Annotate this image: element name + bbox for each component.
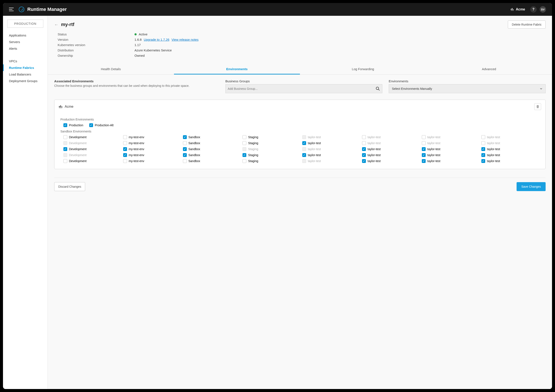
business-group-search[interactable] — [226, 84, 382, 93]
env-checkbox[interactable]: Staging — [242, 135, 300, 139]
release-notes-link[interactable]: View release notes — [171, 38, 198, 41]
checkbox-icon[interactable] — [183, 141, 187, 145]
env-checkbox[interactable]: taylor-test — [422, 147, 480, 151]
checkbox-icon[interactable] — [183, 147, 187, 151]
delete-business-group-button[interactable] — [534, 103, 541, 110]
checkbox-icon[interactable] — [183, 159, 187, 163]
env-checkbox[interactable]: taylor-test — [481, 159, 540, 163]
env-checkbox[interactable]: Production-Alt — [89, 123, 114, 127]
checkbox-icon[interactable] — [302, 153, 306, 157]
sidebar-item-applications[interactable]: Applications — [3, 32, 48, 39]
env-checkbox[interactable]: Development — [63, 159, 121, 163]
env-checkbox[interactable]: my-test-env — [123, 141, 181, 145]
checkbox-icon[interactable] — [63, 147, 67, 151]
menu-icon[interactable] — [9, 6, 15, 12]
checkbox-icon[interactable] — [362, 159, 366, 163]
checkbox-icon[interactable] — [481, 153, 485, 157]
checkbox-icon[interactable] — [183, 153, 187, 157]
business-group-input[interactable] — [228, 87, 376, 90]
sidebar-item-vpcs[interactable]: VPCs — [3, 58, 48, 64]
checkbox-icon[interactable] — [422, 147, 426, 151]
env-checkbox[interactable]: my-test-env — [123, 159, 181, 163]
sidebar-item-load-balancers[interactable]: Load Balancers — [3, 71, 48, 78]
env-checkbox[interactable]: Sandbox — [183, 141, 241, 145]
upgrade-link[interactable]: Upgrade to 1.7.26 — [144, 38, 169, 41]
env-checkbox[interactable]: Sandbox — [183, 147, 241, 151]
env-checkbox[interactable]: taylor-test — [362, 159, 420, 163]
env-checkbox[interactable]: taylor-test — [362, 153, 420, 157]
env-checkbox[interactable]: taylor-test — [302, 153, 360, 157]
tab-advanced[interactable]: Advanced — [426, 64, 552, 74]
save-changes-button[interactable]: Save Changes — [517, 182, 546, 191]
checkbox-icon[interactable] — [481, 135, 485, 139]
sidebar-item-servers[interactable]: Servers — [3, 39, 48, 45]
checkbox-icon[interactable] — [422, 159, 426, 163]
env-checkbox[interactable]: taylor-test — [481, 147, 540, 151]
checkbox-icon[interactable] — [481, 147, 485, 151]
env-checkbox[interactable]: taylor-test — [302, 141, 360, 145]
checkbox-icon[interactable] — [362, 135, 366, 139]
environments-select[interactable]: Select Environments Manually — [389, 84, 546, 93]
env-checkbox[interactable]: taylor-test — [422, 153, 480, 157]
env-checkbox[interactable]: taylor-test — [481, 153, 540, 157]
tab-log-forwarding[interactable]: Log Forwarding — [300, 64, 426, 74]
checkbox-icon[interactable] — [89, 123, 93, 127]
checkbox-icon[interactable] — [242, 159, 246, 163]
env-checkbox[interactable]: Staging — [242, 153, 300, 157]
env-checkbox[interactable]: taylor-test — [481, 141, 540, 145]
environment-chip[interactable]: PRODUCTION — [7, 20, 43, 28]
user-avatar[interactable]: SV — [540, 6, 546, 13]
env-checkbox[interactable]: taylor-test — [481, 135, 540, 139]
env-checkbox[interactable]: Development — [63, 147, 121, 151]
env-checkbox: taylor-test — [302, 159, 360, 163]
checkbox-icon[interactable] — [422, 153, 426, 157]
checkbox-icon[interactable] — [123, 141, 127, 145]
env-label: taylor-test — [427, 135, 440, 139]
checkbox-icon[interactable] — [63, 159, 67, 163]
env-checkbox[interactable]: my-test-env — [123, 153, 181, 157]
checkbox-icon[interactable] — [123, 153, 127, 157]
checkbox-icon[interactable] — [362, 141, 366, 145]
checkbox-icon[interactable] — [242, 153, 246, 157]
checkbox-icon[interactable] — [242, 141, 246, 145]
env-checkbox[interactable]: my-test-env — [123, 135, 181, 139]
env-checkbox[interactable]: Staging — [242, 141, 300, 145]
env-checkbox[interactable]: Development — [63, 135, 121, 139]
checkbox-icon[interactable] — [242, 135, 246, 139]
discard-changes-button[interactable]: Discard Changes — [54, 182, 85, 191]
sidebar-item-alerts[interactable]: Alerts — [3, 45, 48, 52]
tab-environments[interactable]: Environments — [174, 64, 300, 74]
tab-health-details[interactable]: Health Details — [48, 64, 174, 74]
checkbox-icon[interactable] — [481, 141, 485, 145]
env-checkbox[interactable]: Staging — [242, 159, 300, 163]
checkbox-icon[interactable] — [362, 147, 366, 151]
checkbox-icon[interactable] — [63, 123, 67, 127]
env-checkbox[interactable]: taylor-test — [422, 159, 480, 163]
checkbox-icon[interactable] — [422, 141, 426, 145]
checkbox-icon[interactable] — [123, 135, 127, 139]
env-checkbox[interactable]: taylor-test — [422, 141, 480, 145]
checkbox-icon[interactable] — [123, 147, 127, 151]
checkbox-icon[interactable] — [481, 159, 485, 163]
checkbox-icon[interactable] — [302, 141, 306, 145]
env-checkbox[interactable]: taylor-test — [422, 135, 480, 139]
back-arrow-icon[interactable]: ← — [54, 22, 58, 27]
checkbox-icon[interactable] — [123, 159, 127, 163]
env-checkbox[interactable]: taylor-test — [362, 147, 420, 151]
env-checkbox[interactable]: taylor-test — [362, 141, 420, 145]
env-checkbox[interactable]: Sandbox — [183, 159, 241, 163]
checkbox-icon[interactable] — [422, 135, 426, 139]
sidebar-item-runtime-fabrics[interactable]: Runtime Fabrics — [3, 64, 48, 71]
env-checkbox[interactable]: Production — [63, 123, 83, 127]
checkbox-icon[interactable] — [183, 135, 187, 139]
sidebar-item-deployment-groups[interactable]: Deployment Groups — [3, 78, 48, 84]
env-checkbox[interactable]: taylor-test — [362, 135, 420, 139]
env-checkbox[interactable]: Sandbox — [183, 135, 241, 139]
env-checkbox[interactable]: my-test-env — [123, 147, 181, 151]
checkbox-icon[interactable] — [362, 153, 366, 157]
env-checkbox[interactable]: Sandbox — [183, 153, 241, 157]
help-button[interactable]: ? — [530, 6, 537, 13]
checkbox-icon[interactable] — [63, 135, 67, 139]
org-switcher[interactable]: Acme — [511, 7, 525, 11]
delete-runtime-fabric-button[interactable]: Delete Runtime Fabric — [508, 21, 546, 29]
